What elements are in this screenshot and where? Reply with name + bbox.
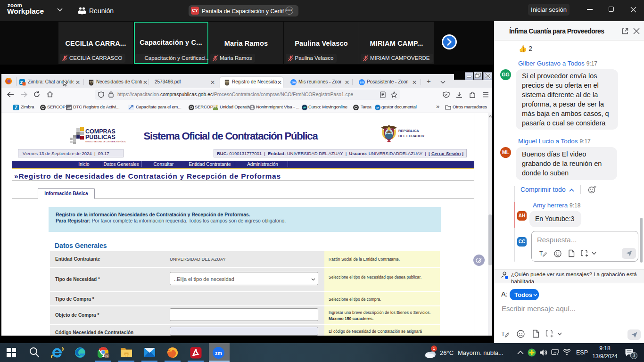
svg-text:REPÚBLICA: REPÚBLICA (398, 129, 419, 133)
svg-text:T: T (539, 250, 543, 257)
svg-text:zm: zm (360, 81, 364, 84)
svg-text:zm: zm (291, 81, 296, 84)
svg-text:DEL ECUADOR: DEL ECUADOR (398, 134, 424, 138)
svg-text:P: P (376, 106, 379, 110)
svg-text:T: T (501, 330, 505, 337)
svg-text:zm: zm (215, 350, 222, 356)
svg-text:Z: Z (15, 105, 17, 110)
svg-text:G: G (105, 354, 108, 358)
